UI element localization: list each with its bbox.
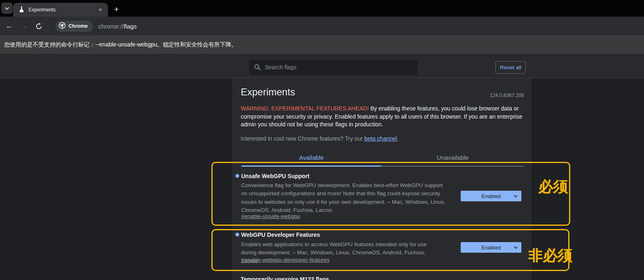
browser-window: Experiments × + ← → Chrome chrome://flag… <box>0 0 644 280</box>
flask-icon <box>19 6 24 14</box>
address-bar[interactable]: chrome://flags <box>98 23 136 30</box>
reset-all-button[interactable]: Reset all <box>495 61 526 74</box>
chevron-down-icon <box>4 4 9 12</box>
annotation-label-optional: 非必须 <box>528 248 572 263</box>
tab-experiments[interactable]: Experiments × <box>13 3 108 17</box>
version-number: 124.0.6367.208 <box>407 93 524 98</box>
unsupported-flag-infobar: 您使用的是不受支持的命令行标记：--enable-unsafe-webgpu。稳… <box>0 36 644 54</box>
beta-suffix: . <box>397 135 399 142</box>
tab-strip: Experiments × + <box>0 0 644 17</box>
search-input[interactable] <box>265 64 418 71</box>
search-box[interactable] <box>249 60 418 75</box>
page-title: Experiments <box>241 86 295 98</box>
infobar-text: 您使用的是不受支持的命令行标记：--enable-unsafe-webgpu。稳… <box>4 41 237 49</box>
annotation-box-optional <box>211 229 569 271</box>
warning-highlight: WARNING: EXPERIMENTAL FEATURES AHEAD! <box>241 105 369 112</box>
back-icon[interactable]: ← <box>3 20 15 32</box>
reload-icon[interactable] <box>33 20 45 32</box>
url-path: flags <box>124 23 137 30</box>
tab-unavailable[interactable]: Unavailable <box>382 154 523 161</box>
tab-available[interactable]: Available <box>241 154 382 161</box>
tab-title: Experiments <box>29 7 97 13</box>
beta-channel-link[interactable]: beta channel <box>364 135 397 142</box>
annotation-box-required <box>211 162 570 226</box>
chrome-logo-icon <box>59 22 66 31</box>
flag-title-partial: Temporarily unexpire M122 flags. <box>241 276 331 280</box>
url-scheme: chrome:// <box>98 23 124 30</box>
beta-channel-line: Interested in cool new Chrome features? … <box>241 135 399 142</box>
new-tab-button[interactable]: + <box>111 4 122 15</box>
close-icon[interactable]: × <box>97 6 104 13</box>
beta-prefix: Interested in cool new Chrome features? … <box>241 135 364 142</box>
search-icon <box>254 64 261 71</box>
tab-search-button[interactable] <box>1 2 13 14</box>
chrome-badge-label: Chrome <box>68 23 88 29</box>
experimental-warning: WARNING: EXPERIMENTAL FEATURES AHEAD! By… <box>241 105 523 129</box>
forward-icon[interactable]: → <box>18 20 30 32</box>
chrome-badge[interactable]: Chrome <box>55 21 93 32</box>
toolbar: ← → Chrome chrome://flags <box>0 17 644 36</box>
flags-search-header: Reset all <box>0 54 644 78</box>
annotation-label-required: 必须 <box>538 179 568 194</box>
